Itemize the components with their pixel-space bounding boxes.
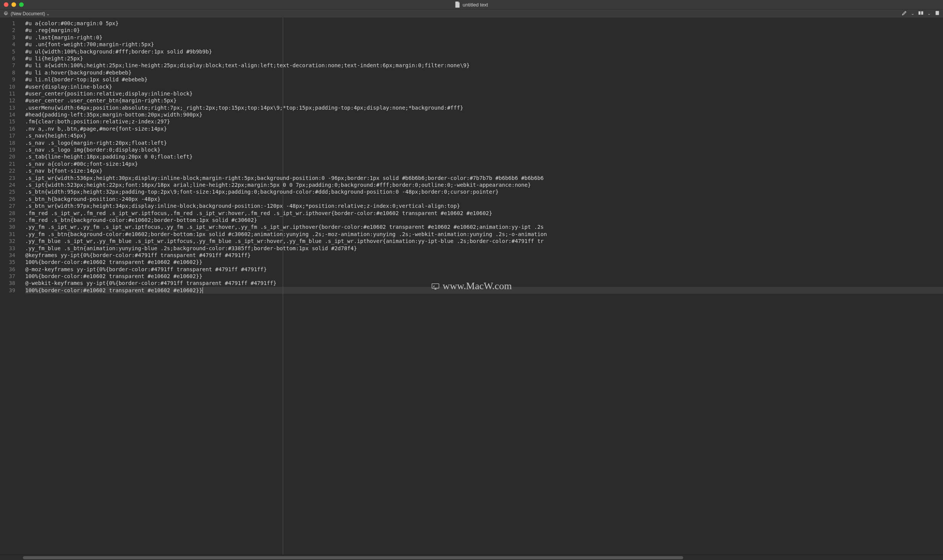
line-number: 24 (0, 181, 15, 188)
code-line[interactable]: .fm_red .s_ipt_wr,.fm_red .s_ipt_wr.iptf… (25, 210, 943, 217)
code-line[interactable]: #u .last{margin-right:0} (25, 34, 943, 41)
toolbar-right: ⌄ ⌄ (902, 10, 940, 17)
line-number: 3 (0, 34, 15, 41)
code-line[interactable]: .yy_fm .s_ipt_wr,.yy_fm .s_ipt_wr.iptfoc… (25, 223, 943, 230)
svg-rect-2 (936, 11, 939, 15)
code-line[interactable]: .s_tab{line-height:18px;padding:20px 0 0… (25, 153, 943, 160)
line-number: 19 (0, 146, 15, 153)
line-number: 1 (0, 20, 15, 27)
window-title-text: untitled text (463, 2, 488, 8)
chevron-down-icon-2[interactable]: ⌄ (927, 11, 931, 16)
chevron-updown-icon: ⌄ (46, 11, 50, 16)
line-number: 33 (0, 245, 15, 252)
code-line[interactable]: .s_btn_h{background-position:-240px -48p… (25, 196, 943, 202)
code-line[interactable]: #u a{color:#00c;margin:0 5px} (25, 20, 943, 27)
line-number: 5 (0, 48, 15, 55)
page-icon[interactable] (935, 10, 940, 17)
code-container[interactable]: #u a{color:#00c;margin:0 5px}#u .reg{mar… (19, 18, 943, 555)
code-line[interactable]: @keyframes yy-ipt{0%{border-color:#4791f… (25, 252, 943, 259)
line-number: 20 (0, 153, 15, 160)
chevron-down-icon[interactable]: ⌄ (911, 11, 914, 16)
code-line[interactable]: .fm{clear:both;position:relative;z-index… (25, 118, 943, 125)
line-number: 34 (0, 252, 15, 259)
line-number: 39 (0, 287, 15, 294)
line-number: 17 (0, 132, 15, 139)
line-number: 29 (0, 217, 15, 223)
code-line[interactable]: .s_nav .s_logo img{border:0;display:bloc… (25, 146, 943, 153)
code-line[interactable]: .yy_fm_blue .s_ipt_wr,.yy_fm_blue .s_ipt… (25, 238, 943, 244)
line-number: 2 (0, 27, 15, 34)
code-line[interactable]: .s_ipt{width:523px;height:22px;font:16px… (25, 181, 943, 188)
code-line[interactable]: 100%{border-color:#e10602 transparent #e… (25, 259, 943, 265)
line-number: 26 (0, 196, 15, 202)
line-number: 30 (0, 223, 15, 230)
code-line[interactable]: #u .reg{margin:0} (25, 27, 943, 34)
code-line[interactable]: #u ul{width:100%;background:#fff;border:… (25, 48, 943, 55)
line-number: 38 (0, 280, 15, 286)
code-line[interactable]: #user_center .user_center_btn{margin-rig… (25, 97, 943, 104)
line-number: 13 (0, 104, 15, 111)
minimize-button[interactable] (11, 2, 16, 7)
line-number: 15 (0, 118, 15, 125)
line-number: 22 (0, 167, 15, 174)
line-number: 18 (0, 139, 15, 146)
horizontal-scrollbar[interactable] (0, 555, 943, 560)
line-number: 31 (0, 231, 15, 238)
line-number: 37 (0, 273, 15, 280)
code-line[interactable]: .yy_fm .s_btn{background-color:#e10602;b… (25, 231, 943, 238)
code-line[interactable]: .fm_red .s_btn{background-color:#e10602;… (25, 217, 943, 223)
code-line[interactable]: #u li a{width:100%;height:25px;line-heig… (25, 62, 943, 69)
code-line[interactable]: .s_ipt_wr{width:536px;height:30px;displa… (25, 175, 943, 181)
code-line[interactable]: 100%{border-color:#e10602 transparent #e… (25, 273, 943, 280)
line-number-gutter: 1234567891011121314151617181920212223242… (0, 18, 19, 555)
window-controls (4, 2, 24, 7)
code-line[interactable]: #u li a:hover{background:#ebebeb} (25, 69, 943, 76)
code-line[interactable]: .userMenu{width:64px;position:absolute;r… (25, 104, 943, 111)
line-number: 8 (0, 69, 15, 76)
editor-area: 1234567891011121314151617181920212223242… (0, 18, 943, 555)
code-line[interactable]: #u li.nl{border-top:1px solid #ebebeb} (25, 76, 943, 83)
code-line[interactable]: @-webkit-keyframes yy-ipt{0%{border-colo… (25, 280, 943, 286)
code-line[interactable]: .s_nav a{color:#00c;font-size:14px} (25, 160, 943, 167)
text-cursor (203, 287, 203, 293)
toolbar-left: (New Document) ⌄ (3, 11, 50, 16)
titlebar: untitled text (0, 0, 943, 9)
document-icon (455, 2, 460, 8)
code-line[interactable]: #user_center{position:relative;display:i… (25, 90, 943, 97)
line-number: 16 (0, 125, 15, 132)
line-number: 12 (0, 97, 15, 104)
code-line[interactable]: .s_btn_wr{width:97px;height:34px;display… (25, 202, 943, 209)
code-line[interactable]: #head{padding-left:35px;margin-bottom:20… (25, 111, 943, 118)
code-line[interactable]: #u .un{font-weight:700;margin-right:5px} (25, 41, 943, 48)
code-line[interactable]: .yy_fm_blue .s_btn{animation:yunying-blu… (25, 245, 943, 252)
edit-icon[interactable] (902, 10, 907, 17)
line-number: 35 (0, 259, 15, 265)
close-button[interactable] (4, 2, 8, 7)
line-number: 25 (0, 188, 15, 195)
code-text[interactable]: #u a{color:#00c;margin:0 5px}#u .reg{mar… (19, 18, 943, 296)
code-line[interactable]: 100%{border-color:#e10602 transparent #e… (25, 287, 943, 294)
document-dropdown-label: (New Document) (11, 11, 45, 16)
panels-icon[interactable] (918, 10, 924, 17)
line-number: 36 (0, 266, 15, 273)
code-line[interactable]: .s_nav .s_logo{margin-right:20px;float:l… (25, 139, 943, 146)
toolbar: (New Document) ⌄ ⌄ ⌄ (0, 9, 943, 18)
line-number: 21 (0, 160, 15, 167)
maximize-button[interactable] (19, 2, 24, 7)
gear-icon[interactable] (3, 11, 8, 16)
code-line[interactable]: .s_nav{height:45px} (25, 132, 943, 139)
line-number: 28 (0, 210, 15, 217)
editor-window: untitled text (New Document) ⌄ ⌄ ⌄ (0, 0, 943, 560)
code-line[interactable]: .nv a,.nv b,.btn,#page,#more{font-size:1… (25, 125, 943, 132)
code-line[interactable]: .s_btn{width:95px;height:32px;padding-to… (25, 188, 943, 195)
scrollbar-thumb[interactable] (23, 556, 683, 559)
line-number: 14 (0, 111, 15, 118)
code-line[interactable]: #user{display:inline-block} (25, 83, 943, 90)
code-line[interactable]: #u li{height:25px} (25, 55, 943, 62)
line-number: 11 (0, 90, 15, 97)
code-line[interactable]: .s_nav b{font-size:14px} (25, 167, 943, 174)
code-line[interactable]: @-moz-keyframes yy-ipt{0%{border-color:#… (25, 266, 943, 273)
svg-rect-1 (921, 11, 923, 15)
svg-rect-0 (919, 11, 920, 15)
document-dropdown[interactable]: (New Document) ⌄ (11, 11, 50, 16)
